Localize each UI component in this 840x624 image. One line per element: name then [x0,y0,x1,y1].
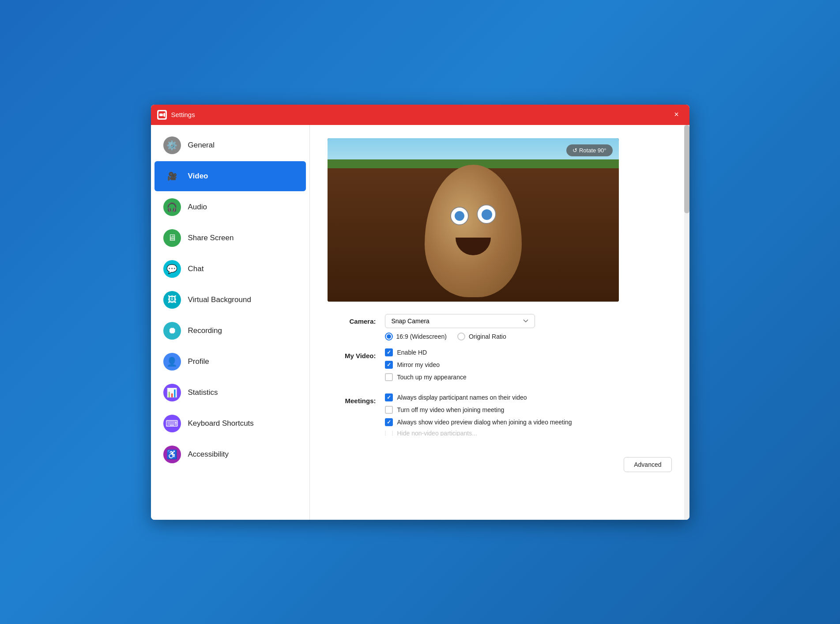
recording-icon: ⏺ [163,322,181,340]
meetings-controls: Always display participant names on thei… [385,393,672,440]
turn-off-video-label: Turn off my video when joining meeting [397,406,505,413]
turn-off-video-option[interactable]: Turn off my video when joining meeting [385,406,672,414]
sidebar-label-video: Video [188,172,208,181]
ratio-original-option[interactable]: Original Ratio [457,333,506,340]
hide-label: Hide non-video participants... [397,431,477,436]
camera-controls: Snap Camera Integrated Webcam OBS Virtua… [385,314,672,340]
touch-up-label: Touch up my appearance [397,374,467,381]
always-display-names-option[interactable]: Always display participant names on thei… [385,393,672,401]
sidebar-item-general[interactable]: ⚙️ General [154,130,306,160]
sidebar-item-statistics[interactable]: 📊 Statistics [154,378,306,408]
video-icon: 🎥 [163,167,181,185]
enable-hd-checkbox[interactable] [385,348,393,356]
meetings-row: Meetings: Always display participant nam… [328,393,672,440]
mirror-video-option[interactable]: Mirror my video [385,361,672,369]
scrollbar-track[interactable] [684,125,689,520]
video-preview: ↺ Rotate 90° [328,138,619,302]
touch-up-checkbox[interactable] [385,373,393,381]
my-video-controls: Enable HD Mirror my video Touch up my ap… [385,348,672,386]
app-logo [157,110,167,120]
sidebar: ⚙️ General 🎥 Video 🎧 Audio 🖥 Share Scree… [151,125,310,520]
sidebar-label-profile: Profile [188,357,209,366]
potato-eye-right [477,204,496,224]
ratio-16-9-option[interactable]: 16:9 (Widescreen) [385,333,447,340]
keyboard-shortcuts-icon: ⌨ [163,415,181,432]
video-preview-inner [328,138,619,302]
advanced-button[interactable]: Advanced [624,457,671,472]
rotate-button[interactable]: ↺ Rotate 90° [566,144,612,156]
sidebar-label-audio: Audio [188,203,207,212]
show-preview-label: Always show video preview dialog when jo… [397,419,572,426]
mirror-video-label: Mirror my video [397,361,440,368]
sidebar-item-virtual-background[interactable]: 🖼 Virtual Background [154,285,306,315]
camera-select[interactable]: Snap Camera Integrated Webcam OBS Virtua… [385,314,535,328]
audio-icon: 🎧 [163,198,181,216]
scrollbar-thumb[interactable] [684,125,689,213]
enable-hd-option[interactable]: Enable HD [385,348,672,356]
sidebar-label-virtual-background: Virtual Background [188,295,251,304]
statistics-icon: 📊 [163,384,181,401]
enable-hd-label: Enable HD [397,349,427,356]
close-button[interactable]: × [670,108,683,121]
potato-mouth [456,238,491,255]
window-title: Settings [171,111,670,118]
sidebar-item-share-screen[interactable]: 🖥 Share Screen [154,223,306,253]
sidebar-item-accessibility[interactable]: ♿ Accessibility [154,439,306,469]
mirror-video-checkbox[interactable] [385,361,393,369]
sidebar-label-share-screen: Share Screen [188,234,234,242]
chat-icon: 💬 [163,260,181,278]
always-display-names-label: Always display participant names on thei… [397,394,527,401]
touch-up-option[interactable]: Touch up my appearance [385,373,672,381]
sidebar-label-statistics: Statistics [188,388,218,397]
camera-row: Camera: Snap Camera Integrated Webcam OB… [328,314,672,340]
my-video-row: My Video: Enable HD Mirror my video Touc… [328,348,672,386]
sidebar-label-chat: Chat [188,265,204,273]
sidebar-item-audio[interactable]: 🎧 Audio [154,192,306,222]
camera-label: Camera: [328,314,385,325]
ratio-original-label: Original Ratio [469,333,506,340]
hide-option[interactable]: Hide non-video participants... [385,431,672,436]
accessibility-icon: ♿ [163,446,181,463]
aspect-ratio-group: 16:9 (Widescreen) Original Ratio [385,333,672,340]
sidebar-label-recording: Recording [188,326,222,335]
ratio-original-radio[interactable] [457,333,465,340]
sidebar-item-video[interactable]: 🎥 Video [154,161,306,191]
show-preview-option[interactable]: Always show video preview dialog when jo… [385,418,672,426]
sidebar-item-chat[interactable]: 💬 Chat [154,254,306,284]
sidebar-item-recording[interactable]: ⏺ Recording [154,316,306,346]
video-settings-panel: ↺ Rotate 90° Camera: Snap Camera Integra… [310,125,689,520]
sidebar-label-general: General [188,141,215,150]
meetings-label: Meetings: [328,393,385,405]
profile-icon: 👤 [163,353,181,371]
gear-icon: ⚙️ [163,136,181,154]
my-video-label: My Video: [328,348,385,359]
ratio-16-9-label: 16:9 (Widescreen) [396,333,447,340]
advanced-button-container: Advanced [328,448,672,472]
hide-checkbox[interactable] [385,431,393,436]
ratio-16-9-radio[interactable] [385,333,393,340]
show-preview-checkbox[interactable] [385,418,393,426]
turn-off-video-checkbox[interactable] [385,406,393,414]
sidebar-item-profile[interactable]: 👤 Profile [154,347,306,377]
virtual-background-icon: 🖼 [163,291,181,309]
sidebar-item-keyboard-shortcuts[interactable]: ⌨ Keyboard Shortcuts [154,408,306,439]
share-screen-icon: 🖥 [163,229,181,247]
svg-rect-1 [159,113,163,116]
settings-window: Settings × ⚙️ General 🎥 Video 🎧 Audio 🖥 [151,105,689,520]
titlebar: Settings × [151,105,689,125]
always-display-names-checkbox[interactable] [385,393,393,401]
sidebar-label-keyboard-shortcuts: Keyboard Shortcuts [188,419,254,428]
potato-eye-left [450,207,469,225]
sidebar-label-accessibility: Accessibility [188,450,229,459]
main-content: ⚙️ General 🎥 Video 🎧 Audio 🖥 Share Scree… [151,125,689,520]
